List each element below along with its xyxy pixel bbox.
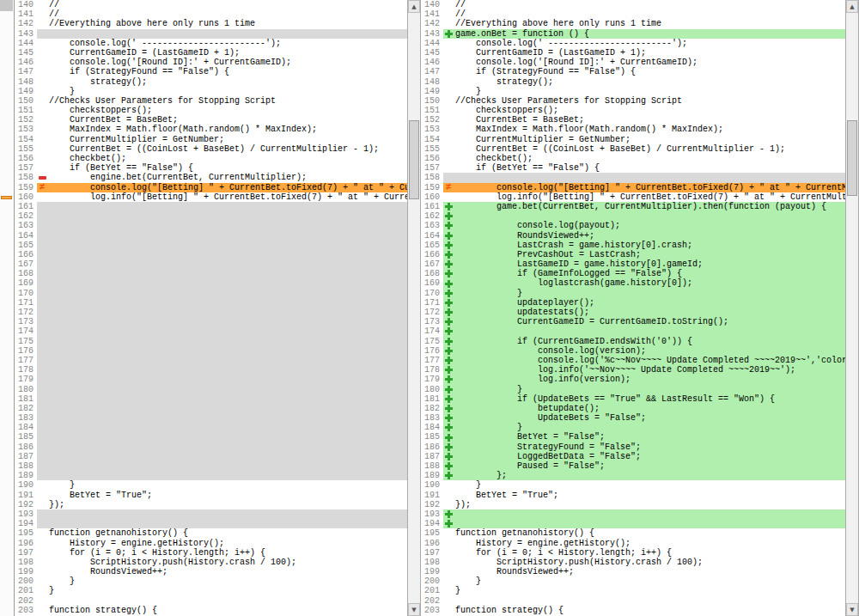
code-line[interactable]: game.onBet = function () { bbox=[454, 29, 845, 39]
code-line[interactable] bbox=[47, 308, 407, 317]
code-line[interactable]: CurrentBet = ((CoinLost + BaseBet) / Cur… bbox=[454, 144, 845, 154]
code-line[interactable]: if (StrategyFound == "False") { bbox=[454, 67, 845, 76]
code-line[interactable]: MaxIndex = Math.floor(Math.random() * Ma… bbox=[454, 125, 845, 134]
code-line[interactable]: } bbox=[47, 576, 407, 586]
code-line[interactable]: log.info("[Betting] " + CurrentBet.toFix… bbox=[454, 192, 845, 202]
code-line[interactable]: console.log(payout); bbox=[454, 221, 845, 230]
code-line[interactable] bbox=[47, 29, 407, 39]
code-line[interactable] bbox=[47, 375, 407, 384]
code-line[interactable]: CurrentGameID = CurrentGameID.toString()… bbox=[454, 317, 845, 326]
code-line[interactable]: if (BetYet == "False") { bbox=[454, 163, 845, 173]
code-line[interactable] bbox=[47, 259, 407, 269]
code-line[interactable] bbox=[47, 326, 407, 336]
code-line[interactable]: engine.bet(CurrentBet, CurrentMultiplier… bbox=[47, 173, 407, 182]
code-line[interactable]: CurrentGameID = (LastGameID + 1); bbox=[47, 48, 407, 58]
code-line[interactable] bbox=[47, 278, 407, 288]
code-line[interactable] bbox=[47, 211, 407, 221]
code-line[interactable] bbox=[47, 365, 407, 375]
code-line[interactable] bbox=[47, 317, 407, 326]
code-line[interactable] bbox=[47, 432, 407, 442]
code-line[interactable]: History = engine.getHistory(); bbox=[454, 539, 845, 548]
code-line[interactable]: checkstoppers(); bbox=[47, 106, 407, 115]
code-line[interactable]: } bbox=[454, 423, 845, 432]
code-line[interactable]: CurrentMultiplier = GetNumber; bbox=[47, 135, 407, 144]
code-line[interactable] bbox=[47, 221, 407, 230]
code-line[interactable]: if (GameInfoLogged == "False") { bbox=[454, 269, 845, 278]
code-line[interactable] bbox=[47, 596, 407, 606]
code-line[interactable]: } bbox=[47, 586, 407, 595]
code-line[interactable]: for (i = 0; i < History.length; i++) { bbox=[47, 548, 407, 558]
code-line[interactable]: } bbox=[454, 586, 845, 595]
code-line[interactable] bbox=[47, 289, 407, 298]
code-line[interactable]: // bbox=[454, 9, 845, 19]
code-line[interactable]: }); bbox=[47, 500, 407, 509]
code-line[interactable] bbox=[47, 442, 407, 452]
code-line[interactable]: } bbox=[454, 480, 845, 490]
code-line[interactable]: History = engine.getHistory(); bbox=[47, 539, 407, 548]
code-line[interactable] bbox=[454, 211, 845, 221]
code-line[interactable] bbox=[454, 509, 845, 519]
code-line[interactable] bbox=[47, 337, 407, 346]
left-vertical-scrollbar[interactable]: ▲ ▼ bbox=[407, 0, 421, 616]
code-line[interactable]: ScriptHistory.push(History.crash / 100); bbox=[454, 558, 845, 567]
code-line[interactable] bbox=[47, 356, 407, 365]
scroll-up-icon[interactable]: ▲ bbox=[408, 0, 420, 13]
code-line[interactable]: console.log(' ------------------------')… bbox=[47, 39, 407, 48]
code-line[interactable]: CurrentBet = BaseBet; bbox=[47, 115, 407, 125]
code-line[interactable] bbox=[47, 385, 407, 394]
code-line[interactable] bbox=[47, 202, 407, 211]
code-line[interactable]: CurrentGameID = (LastGameID + 1); bbox=[454, 48, 845, 58]
code-line[interactable]: RoundsViewed++; bbox=[454, 567, 845, 576]
code-line[interactable]: // bbox=[454, 0, 845, 9]
code-line[interactable] bbox=[47, 519, 407, 528]
code-line[interactable]: } bbox=[454, 289, 845, 298]
code-line[interactable] bbox=[454, 326, 845, 336]
scroll-up-icon[interactable]: ▲ bbox=[846, 0, 858, 13]
code-line[interactable] bbox=[47, 231, 407, 241]
code-line[interactable]: log.info('~~Nov~~~~ Update Completed ~~~… bbox=[454, 365, 845, 375]
code-line[interactable]: BetYet = "False"; bbox=[454, 432, 845, 442]
code-line[interactable]: function getnanohistory() { bbox=[454, 528, 845, 538]
code-line[interactable]: Paused = "False"; bbox=[454, 461, 845, 471]
code-line[interactable]: strategy(); bbox=[47, 77, 407, 87]
code-line[interactable]: checkstoppers(); bbox=[454, 106, 845, 115]
code-line[interactable] bbox=[47, 452, 407, 461]
code-line[interactable] bbox=[454, 519, 845, 528]
code-line[interactable]: //Everything above here only runs 1 time bbox=[47, 19, 407, 28]
code-line[interactable] bbox=[47, 471, 407, 480]
code-line[interactable]: CurrentBet = ((CoinLost + BaseBet) / Cur… bbox=[47, 144, 407, 154]
right-scrollbar-thumb[interactable] bbox=[847, 120, 857, 196]
code-line[interactable]: if (CurrentGameID.endsWith('0')) { bbox=[454, 337, 845, 346]
left-scrollbar-thumb[interactable] bbox=[409, 120, 419, 199]
code-line[interactable]: RoundsViewed++; bbox=[47, 567, 407, 576]
code-line[interactable]: log.info("[Betting] " + CurrentBet.toFix… bbox=[47, 192, 407, 202]
scroll-down-icon[interactable]: ▼ bbox=[408, 603, 420, 616]
location-pane[interactable] bbox=[0, 0, 15, 616]
code-line[interactable]: RoundsViewed++; bbox=[454, 231, 845, 241]
code-line[interactable]: // bbox=[47, 9, 407, 19]
code-line[interactable]: //Checks User Parameters for Stopping Sc… bbox=[47, 96, 407, 106]
code-line[interactable]: if (UpdateBets == "True" && LastResult =… bbox=[454, 394, 845, 404]
code-line[interactable]: //Checks User Parameters for Stopping Sc… bbox=[454, 96, 845, 106]
code-line[interactable]: UpdateBets = "False"; bbox=[454, 413, 845, 423]
code-line[interactable]: betupdate(); bbox=[454, 404, 845, 413]
code-line[interactable]: } bbox=[47, 480, 407, 490]
code-line[interactable]: if (StrategyFound == "False") { bbox=[47, 67, 407, 76]
code-line[interactable] bbox=[47, 404, 407, 413]
code-line[interactable] bbox=[47, 250, 407, 259]
code-line[interactable]: // bbox=[47, 0, 407, 9]
code-line[interactable] bbox=[47, 413, 407, 423]
code-line[interactable]: BetYet = "True"; bbox=[47, 491, 407, 500]
scroll-down-icon[interactable]: ▼ bbox=[846, 603, 858, 616]
code-line[interactable]: checkbet(); bbox=[454, 154, 845, 163]
code-line[interactable]: MaxIndex = Math.floor(Math.random() * Ma… bbox=[47, 125, 407, 134]
code-line[interactable]: LastGameID = game.history[0].gameId; bbox=[454, 259, 845, 269]
code-line[interactable]: strategy(); bbox=[454, 77, 845, 87]
code-line[interactable]: console.log('[Round ID]:' + CurrentGameI… bbox=[47, 58, 407, 67]
code-line[interactable]: log.info(version); bbox=[454, 375, 845, 384]
code-line[interactable] bbox=[454, 596, 845, 606]
code-line[interactable]: console.log(version); bbox=[454, 346, 845, 356]
code-line[interactable]: CurrentBet = BaseBet; bbox=[454, 115, 845, 125]
code-line[interactable]: console.log('[Round ID]:' + CurrentGameI… bbox=[454, 58, 845, 67]
code-line[interactable]: PrevCashOut = LastCrash; bbox=[454, 250, 845, 259]
